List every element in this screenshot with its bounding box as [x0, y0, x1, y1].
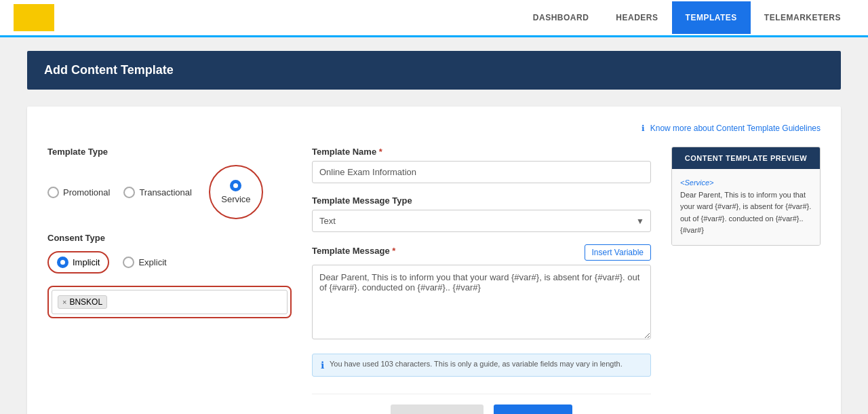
template-name-input[interactable]	[312, 161, 651, 183]
radio-service-label: Service	[221, 194, 250, 204]
template-message-textarea[interactable]: Dear Parent, This is to inform you that …	[312, 265, 651, 339]
guidelines-section: ℹ Know more about Content Template Guide…	[47, 124, 821, 133]
left-column: Template Type Promotional Transactional	[47, 147, 292, 414]
template-type-group: Promotional Transactional Service	[47, 165, 292, 219]
entity-tag-text-input[interactable]	[111, 297, 281, 307]
save-button[interactable]: SAVE	[494, 404, 572, 414]
radio-transactional[interactable]: Transactional	[123, 187, 192, 198]
entity-tag-input-area[interactable]: × BNSKOL	[52, 290, 288, 314]
template-message-type-select-wrapper: Text Image Video Audio Document ▼	[312, 210, 651, 232]
template-type-label: Template Type	[47, 147, 292, 157]
template-name-label: Template Name *	[312, 147, 651, 157]
entity-tag-bnskol: × BNSKOL	[58, 295, 107, 309]
page-content: Add Content Template ℹ Know more about C…	[0, 37, 868, 414]
middle-column: Template Name * Template Message Type Te…	[312, 147, 651, 414]
radio-promotional-label: Promotional	[63, 187, 110, 197]
preview-header: CONTENT TEMPLATE PREVIEW	[672, 147, 820, 169]
template-name-required: *	[379, 147, 382, 157]
action-row: CANCEL SAVE	[312, 394, 651, 414]
insert-variable-button[interactable]: Insert Variable	[585, 244, 651, 261]
radio-service-circled[interactable]: Service	[209, 165, 263, 219]
consent-type-label: Consent Type	[47, 233, 292, 243]
form-card: ℹ Know more about Content Template Guide…	[27, 107, 841, 414]
radio-promotional-circle	[47, 187, 59, 198]
radio-implicit-circled[interactable]: Implicit	[47, 251, 109, 274]
template-message-type-label: Template Message Type	[312, 195, 651, 206]
radio-promotional[interactable]: Promotional	[47, 187, 110, 198]
radio-transactional-circle	[123, 187, 135, 198]
radio-transactional-label: Transactional	[139, 187, 192, 197]
page-header: Add Content Template	[27, 51, 841, 90]
radio-explicit-circle	[123, 257, 134, 268]
entity-tag-circled: × BNSKOL	[47, 286, 292, 318]
char-count-icon: ℹ	[321, 360, 324, 371]
nav-item-templates[interactable]: TEMPLATES	[672, 1, 751, 34]
tag-label: BNSKOL	[69, 297, 102, 307]
logo	[14, 4, 54, 31]
radio-explicit[interactable]: Explicit	[123, 257, 166, 268]
nav-item-headers[interactable]: HEADERS	[602, 1, 671, 34]
char-count-box: ℹ You have used 103 characters. This is …	[312, 354, 651, 377]
info-icon: ℹ	[642, 124, 645, 133]
template-message-type-select[interactable]: Text Image Video Audio Document	[312, 210, 651, 232]
nav-item-telemarketers[interactable]: TELEMARKETERS	[751, 1, 854, 34]
service-option-wrapper: Service	[209, 165, 263, 219]
top-navigation: DASHBOARD HEADERS TEMPLATES TELEMARKETER…	[0, 0, 868, 37]
cancel-button[interactable]: CANCEL	[391, 404, 484, 414]
preview-body-text: Dear Parent, This is to inform you that …	[680, 191, 811, 235]
nav-items: DASHBOARD HEADERS TEMPLATES TELEMARKETER…	[519, 1, 854, 34]
form-layout: Template Type Promotional Transactional	[47, 147, 821, 414]
radio-implicit-circle	[57, 257, 68, 268]
preview-box: CONTENT TEMPLATE PREVIEW <Service> Dear …	[671, 147, 821, 246]
template-message-header: Template Message * Insert Variable	[312, 244, 651, 261]
template-message-group: Template Message * Insert Variable Dear …	[312, 244, 651, 341]
template-message-type-group: Template Message Type Text Image Video A…	[312, 195, 651, 232]
radio-implicit-label: Implicit	[73, 257, 100, 267]
template-message-required: *	[392, 246, 395, 256]
template-name-group: Template Name *	[312, 147, 651, 183]
preview-content: <Service> Dear Parent, This is to inform…	[672, 169, 820, 245]
template-message-label: Template Message *	[312, 246, 395, 256]
radio-service-circle	[230, 180, 241, 191]
char-count-text: You have used 103 characters. This is on…	[330, 360, 623, 368]
consent-type-group: Implicit Explicit	[47, 251, 292, 274]
nav-item-dashboard[interactable]: DASHBOARD	[519, 1, 603, 34]
page-title: Add Content Template	[44, 63, 174, 77]
guidelines-link[interactable]: Know more about Content Template Guideli…	[650, 124, 821, 133]
right-column: CONTENT TEMPLATE PREVIEW <Service> Dear …	[671, 147, 821, 414]
tag-remove-icon[interactable]: ×	[62, 298, 66, 306]
preview-service-tag: <Service>	[680, 178, 714, 187]
radio-explicit-label: Explicit	[138, 257, 166, 267]
